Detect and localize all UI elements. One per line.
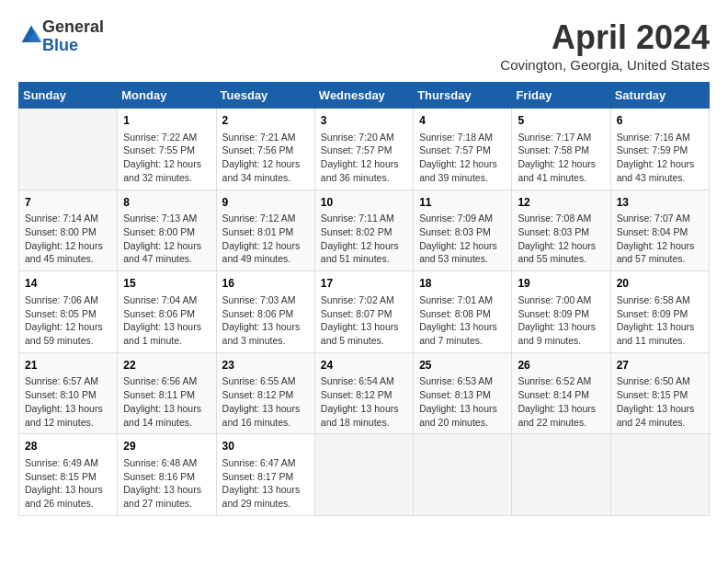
day-info: Sunrise: 7:02 AMSunset: 8:07 PMDaylight:… (321, 293, 407, 348)
day-number: 3 (321, 113, 407, 129)
day-of-week-header: Tuesday (216, 83, 314, 109)
day-info: Sunrise: 7:21 AMSunset: 7:56 PMDaylight:… (222, 131, 309, 185)
day-of-week-header: Sunday (19, 83, 118, 109)
day-number: 15 (123, 276, 210, 292)
location: Covington, Georgia, United States (500, 57, 710, 73)
day-info: Sunrise: 6:56 AMSunset: 8:11 PMDaylight:… (123, 374, 210, 429)
logo-icon (20, 24, 42, 46)
day-number: 29 (123, 439, 210, 454)
day-number: 18 (419, 276, 506, 292)
calendar-cell (19, 109, 118, 190)
calendar-body: 1Sunrise: 7:22 AMSunset: 7:55 PMDaylight… (19, 109, 710, 516)
day-number: 16 (222, 276, 309, 292)
day-info: Sunrise: 7:08 AMSunset: 8:03 PMDaylight:… (518, 212, 604, 266)
calendar-cell: 11Sunrise: 7:09 AMSunset: 8:03 PMDayligh… (414, 190, 512, 271)
day-info: Sunrise: 7:12 AMSunset: 8:01 PMDaylight:… (222, 212, 309, 266)
day-number: 4 (419, 113, 506, 129)
calendar-cell: 15Sunrise: 7:04 AMSunset: 8:06 PMDayligh… (118, 271, 216, 353)
calendar-cell: 6Sunrise: 7:16 AMSunset: 7:59 PMDaylight… (610, 109, 709, 190)
day-info: Sunrise: 7:18 AMSunset: 7:57 PMDaylight:… (419, 131, 506, 185)
day-number: 19 (518, 276, 604, 292)
page-header: General Blue April 2024 Covington, Georg… (18, 18, 710, 73)
day-number: 11 (419, 195, 506, 211)
calendar-cell: 24Sunrise: 6:54 AMSunset: 8:12 PMDayligh… (314, 352, 413, 434)
calendar-cell: 22Sunrise: 6:56 AMSunset: 8:11 PMDayligh… (118, 352, 216, 434)
day-number: 24 (321, 358, 407, 373)
day-info: Sunrise: 7:00 AMSunset: 8:09 PMDaylight:… (518, 293, 604, 348)
day-number: 27 (617, 358, 703, 373)
day-number: 8 (123, 195, 210, 211)
day-info: Sunrise: 7:04 AMSunset: 8:06 PMDaylight:… (123, 293, 210, 348)
calendar-cell: 25Sunrise: 6:53 AMSunset: 8:13 PMDayligh… (414, 352, 512, 434)
day-of-week-header: Thursday (414, 83, 512, 109)
day-number: 22 (123, 358, 210, 373)
calendar-cell: 26Sunrise: 6:52 AMSunset: 8:14 PMDayligh… (512, 352, 610, 434)
day-number: 26 (518, 358, 604, 373)
calendar-cell: 10Sunrise: 7:11 AMSunset: 8:02 PMDayligh… (314, 190, 413, 271)
day-info: Sunrise: 7:16 AMSunset: 7:59 PMDaylight:… (617, 131, 703, 185)
day-info: Sunrise: 6:47 AMSunset: 8:17 PMDaylight:… (222, 456, 309, 511)
day-info: Sunrise: 7:06 AMSunset: 8:05 PMDaylight:… (25, 293, 111, 348)
day-info: Sunrise: 6:53 AMSunset: 8:13 PMDaylight:… (419, 374, 506, 429)
day-info: Sunrise: 7:03 AMSunset: 8:06 PMDaylight:… (222, 293, 309, 348)
calendar-cell: 7Sunrise: 7:14 AMSunset: 8:00 PMDaylight… (19, 190, 118, 271)
calendar-cell: 8Sunrise: 7:13 AMSunset: 8:00 PMDaylight… (118, 190, 216, 271)
day-info: Sunrise: 7:13 AMSunset: 8:00 PMDaylight:… (123, 212, 210, 266)
day-info: Sunrise: 7:17 AMSunset: 7:58 PMDaylight:… (518, 131, 604, 185)
calendar-cell (414, 434, 512, 516)
calendar-cell: 14Sunrise: 7:06 AMSunset: 8:05 PMDayligh… (19, 271, 118, 353)
day-info: Sunrise: 6:57 AMSunset: 8:10 PMDaylight:… (25, 374, 111, 429)
calendar-cell: 19Sunrise: 7:00 AMSunset: 8:09 PMDayligh… (512, 271, 610, 353)
title-area: April 2024 Covington, Georgia, United St… (500, 18, 710, 73)
day-number: 5 (518, 113, 604, 129)
calendar-cell: 28Sunrise: 6:49 AMSunset: 8:15 PMDayligh… (19, 434, 118, 516)
calendar-cell: 23Sunrise: 6:55 AMSunset: 8:12 PMDayligh… (216, 352, 314, 434)
calendar-cell: 27Sunrise: 6:50 AMSunset: 8:15 PMDayligh… (610, 352, 709, 434)
calendar-cell: 9Sunrise: 7:12 AMSunset: 8:01 PMDaylight… (216, 190, 314, 271)
day-info: Sunrise: 7:20 AMSunset: 7:57 PMDaylight:… (321, 131, 407, 185)
day-number: 14 (25, 276, 111, 292)
calendar-cell: 4Sunrise: 7:18 AMSunset: 7:57 PMDaylight… (414, 109, 512, 190)
days-of-week-row: SundayMondayTuesdayWednesdayThursdayFrid… (19, 83, 710, 109)
calendar-cell: 3Sunrise: 7:20 AMSunset: 7:57 PMDaylight… (314, 109, 413, 190)
day-info: Sunrise: 6:58 AMSunset: 8:09 PMDaylight:… (617, 293, 703, 348)
day-number: 28 (25, 439, 111, 454)
day-of-week-header: Monday (118, 83, 216, 109)
day-number: 9 (222, 195, 309, 211)
day-info: Sunrise: 6:55 AMSunset: 8:12 PMDaylight:… (222, 374, 309, 429)
calendar-cell: 5Sunrise: 7:17 AMSunset: 7:58 PMDaylight… (512, 109, 610, 190)
day-of-week-header: Saturday (610, 83, 709, 109)
calendar-cell: 17Sunrise: 7:02 AMSunset: 8:07 PMDayligh… (314, 271, 413, 353)
day-number: 7 (25, 195, 111, 211)
month-title: April 2024 (500, 18, 710, 57)
calendar-cell (610, 434, 709, 516)
day-info: Sunrise: 7:09 AMSunset: 8:03 PMDaylight:… (419, 212, 506, 266)
calendar-cell: 2Sunrise: 7:21 AMSunset: 7:56 PMDaylight… (216, 109, 314, 190)
day-info: Sunrise: 7:01 AMSunset: 8:08 PMDaylight:… (419, 293, 506, 348)
day-number: 13 (617, 195, 703, 211)
calendar-week-row: 7Sunrise: 7:14 AMSunset: 8:00 PMDaylight… (19, 190, 710, 271)
day-info: Sunrise: 7:22 AMSunset: 7:55 PMDaylight:… (123, 131, 210, 185)
calendar-cell (512, 434, 610, 516)
calendar-cell: 18Sunrise: 7:01 AMSunset: 8:08 PMDayligh… (414, 271, 512, 353)
calendar-cell: 21Sunrise: 6:57 AMSunset: 8:10 PMDayligh… (19, 352, 118, 434)
logo-general-text: General (42, 17, 104, 36)
day-number: 25 (419, 358, 506, 373)
logo: General Blue (18, 18, 104, 55)
calendar-cell: 30Sunrise: 6:47 AMSunset: 8:17 PMDayligh… (216, 434, 314, 516)
day-info: Sunrise: 6:49 AMSunset: 8:15 PMDaylight:… (25, 456, 111, 511)
calendar-cell (314, 434, 413, 516)
calendar-week-row: 14Sunrise: 7:06 AMSunset: 8:05 PMDayligh… (19, 271, 710, 353)
day-number: 2 (222, 113, 309, 129)
calendar-week-row: 21Sunrise: 6:57 AMSunset: 8:10 PMDayligh… (19, 352, 710, 434)
day-number: 20 (617, 276, 703, 292)
day-info: Sunrise: 6:52 AMSunset: 8:14 PMDaylight:… (518, 374, 604, 429)
calendar-cell: 29Sunrise: 6:48 AMSunset: 8:16 PMDayligh… (118, 434, 216, 516)
calendar-week-row: 28Sunrise: 6:49 AMSunset: 8:15 PMDayligh… (19, 434, 710, 516)
day-number: 23 (222, 358, 309, 373)
day-info: Sunrise: 6:50 AMSunset: 8:15 PMDaylight:… (617, 374, 703, 429)
logo-blue-text: Blue (42, 36, 78, 54)
calendar-cell: 13Sunrise: 7:07 AMSunset: 8:04 PMDayligh… (610, 190, 709, 271)
day-info: Sunrise: 7:07 AMSunset: 8:04 PMDaylight:… (617, 212, 703, 266)
day-info: Sunrise: 7:11 AMSunset: 8:02 PMDaylight:… (321, 212, 407, 266)
